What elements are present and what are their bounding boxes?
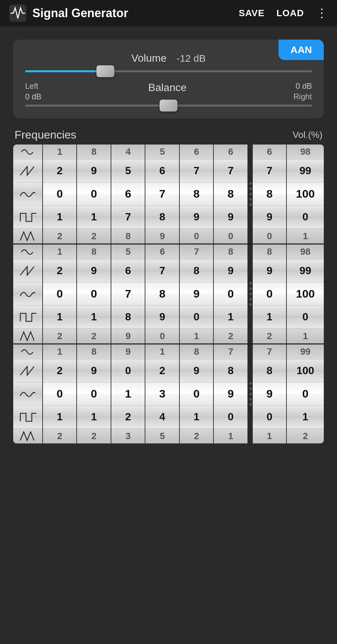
vol-digit-cell-1-0[interactable]: 8 [253, 244, 286, 259]
digit-cell-0-0-4[interactable]: 2 [43, 229, 76, 243]
vol-digit-cell-1-3[interactable]: 1 [253, 306, 286, 329]
digit-cell-1-5-1[interactable]: 9 [214, 259, 247, 282]
vol-digit-cell-2-2[interactable]: 9 [253, 382, 286, 405]
vol-digit-col-2[interactable]: 78901 [253, 344, 287, 443]
digit-cell-2-0-3[interactable]: 1 [43, 405, 76, 429]
volume-slider[interactable] [25, 70, 312, 72]
digit-col-2-1[interactable]: 89012 [77, 344, 111, 443]
vol-pct-cell-1-2[interactable]: 100 [287, 282, 324, 306]
load-button[interactable]: LOAD [277, 8, 304, 18]
wave-cell-2-4[interactable] [13, 429, 42, 443]
digit-cell-2-3-0[interactable]: 1 [145, 344, 179, 359]
digit-cell-2-2-1[interactable]: 0 [111, 359, 145, 382]
digit-cell-1-5-3[interactable]: 1 [214, 306, 247, 329]
vol-pct-cell-1-4[interactable]: 1 [287, 329, 324, 343]
save-button[interactable]: SAVE [239, 8, 265, 18]
digit-cell-0-4-1[interactable]: 7 [180, 159, 213, 182]
wave-cell-2-0[interactable] [13, 344, 42, 359]
digit-cell-1-3-4[interactable]: 0 [145, 329, 179, 343]
digit-cell-1-2-1[interactable]: 6 [111, 259, 145, 282]
digit-col-0-0[interactable]: 12012 [43, 145, 77, 243]
digit-col-1-1[interactable]: 89012 [77, 244, 111, 343]
vol-pct-cell-0-0[interactable]: 98 [287, 145, 324, 159]
wave-cell-1-1[interactable] [13, 259, 42, 282]
volume-thumb[interactable] [96, 65, 114, 77]
wave-cell-2-1[interactable] [13, 359, 42, 382]
digit-cell-2-1-1[interactable]: 9 [77, 359, 110, 382]
digit-cell-0-0-0[interactable]: 1 [43, 145, 76, 159]
digit-cell-2-5-1[interactable]: 8 [214, 359, 247, 382]
digit-col-1-3[interactable]: 67890 [145, 244, 179, 343]
digit-cell-1-4-4[interactable]: 1 [180, 329, 213, 343]
digit-cell-0-2-4[interactable]: 8 [111, 229, 145, 243]
vol-digit-cell-1-2[interactable]: 0 [253, 282, 286, 306]
vol-pct-cell-2-4[interactable]: 2 [287, 429, 324, 443]
digit-cell-0-2-3[interactable]: 7 [111, 206, 145, 229]
vol-pct-cell-1-3[interactable]: 0 [287, 306, 324, 329]
digit-cell-1-5-2[interactable]: 0 [214, 282, 247, 306]
digit-cell-2-2-4[interactable]: 3 [111, 429, 145, 443]
digit-col-1-5[interactable]: 89012 [214, 244, 248, 343]
digit-col-2-4[interactable]: 89012 [180, 344, 214, 443]
digit-cell-0-3-2[interactable]: 7 [145, 182, 179, 206]
digit-cell-2-4-4[interactable]: 2 [180, 429, 213, 443]
digit-cell-2-4-1[interactable]: 9 [180, 359, 213, 382]
wave-col-2[interactable] [13, 344, 43, 443]
digit-col-1-2[interactable]: 56789 [111, 244, 145, 343]
digit-col-1-4[interactable]: 78901 [180, 244, 214, 343]
vol-digit-cell-2-3[interactable]: 0 [253, 405, 286, 429]
digit-cell-2-2-0[interactable]: 9 [111, 344, 145, 359]
vol-pct-cell-2-0[interactable]: 99 [287, 344, 324, 359]
wave-cell-1-3[interactable] [13, 306, 42, 329]
digit-cell-2-4-0[interactable]: 8 [180, 344, 213, 359]
digit-cell-1-4-0[interactable]: 7 [180, 244, 213, 259]
vol-digit-cell-0-2[interactable]: 8 [253, 182, 286, 206]
aan-button[interactable]: AAN [279, 40, 324, 60]
digit-cell-1-0-0[interactable]: 1 [43, 244, 76, 259]
digit-cell-2-2-3[interactable]: 2 [111, 405, 145, 429]
digit-cell-2-0-4[interactable]: 2 [43, 429, 76, 443]
digit-cell-2-1-3[interactable]: 1 [77, 405, 110, 429]
vol-pct-cell-0-2[interactable]: 100 [287, 182, 324, 206]
digit-col-2-0[interactable]: 12012 [43, 344, 77, 443]
wave-col-0[interactable] [13, 145, 43, 243]
vol-pct-cell-2-2[interactable]: 0 [287, 382, 324, 405]
digit-cell-0-1-1[interactable]: 9 [77, 159, 110, 182]
digit-cell-2-0-0[interactable]: 1 [43, 344, 76, 359]
digit-cell-2-0-1[interactable]: 2 [43, 359, 76, 382]
wave-cell-2-3[interactable] [13, 405, 42, 429]
more-options-icon[interactable]: ⋮ [316, 7, 328, 19]
vol-pct-col-0[interactable]: 989910001 [287, 145, 324, 243]
digit-cell-1-3-0[interactable]: 6 [145, 244, 179, 259]
digit-col-2-3[interactable]: 12345 [145, 344, 179, 443]
digit-col-0-1[interactable]: 89012 [77, 145, 111, 243]
digit-cell-2-3-3[interactable]: 4 [145, 405, 179, 429]
digit-cell-1-4-2[interactable]: 9 [180, 282, 213, 306]
digit-cell-0-2-2[interactable]: 6 [111, 182, 145, 206]
digit-cell-2-1-2[interactable]: 0 [77, 382, 110, 405]
vol-digit-cell-2-4[interactable]: 1 [253, 429, 286, 443]
digit-cell-0-1-3[interactable]: 1 [77, 206, 110, 229]
digit-cell-1-2-2[interactable]: 7 [111, 282, 145, 306]
vol-digit-cell-0-1[interactable]: 7 [253, 159, 286, 182]
digit-cell-0-3-1[interactable]: 6 [145, 159, 179, 182]
digit-cell-0-4-3[interactable]: 9 [180, 206, 213, 229]
digit-cell-1-2-3[interactable]: 8 [111, 306, 145, 329]
digit-cell-2-5-4[interactable]: 1 [214, 429, 247, 443]
wave-cell-0-0[interactable] [13, 145, 42, 159]
digit-cell-2-3-4[interactable]: 5 [145, 429, 179, 443]
wave-col-1[interactable] [13, 244, 43, 343]
digit-col-2-2[interactable]: 90123 [111, 344, 145, 443]
digit-col-0-4[interactable]: 67890 [180, 145, 214, 243]
balance-thumb[interactable] [160, 100, 177, 112]
wave-cell-0-1[interactable] [13, 159, 42, 182]
digit-cell-1-4-1[interactable]: 8 [180, 259, 213, 282]
digit-cell-1-0-1[interactable]: 2 [43, 259, 76, 282]
digit-cell-1-3-2[interactable]: 8 [145, 282, 179, 306]
digit-cell-2-1-0[interactable]: 8 [77, 344, 110, 359]
vol-digit-cell-0-0[interactable]: 6 [253, 145, 286, 159]
digit-cell-2-3-2[interactable]: 3 [145, 382, 179, 405]
digit-cell-1-1-0[interactable]: 8 [77, 244, 110, 259]
vol-pct-col-2[interactable]: 99100012 [287, 344, 324, 443]
vol-digit-cell-2-1[interactable]: 8 [253, 359, 286, 382]
